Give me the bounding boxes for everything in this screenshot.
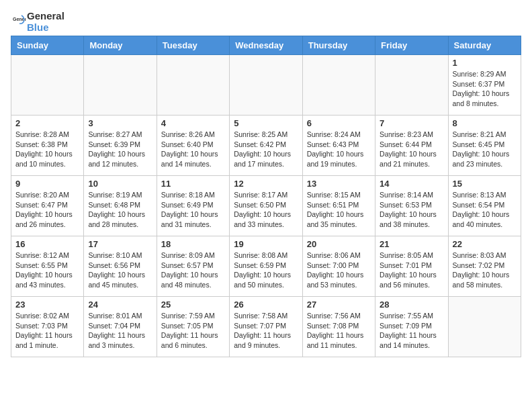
- day-number: 19: [234, 239, 298, 249]
- calendar-cell: [84, 55, 157, 116]
- calendar-cell: 1Sunrise: 8:29 AM Sunset: 6:37 PM Daylig…: [448, 55, 521, 116]
- calendar-cell: 23Sunrise: 8:02 AM Sunset: 7:03 PM Dayli…: [11, 297, 84, 357]
- day-info: Sunrise: 8:24 AM Sunset: 6:43 PM Dayligh…: [307, 130, 371, 169]
- calendar-cell: 8Sunrise: 8:21 AM Sunset: 6:45 PM Daylig…: [448, 116, 521, 176]
- day-info: Sunrise: 7:59 AM Sunset: 7:05 PM Dayligh…: [161, 311, 225, 351]
- day-number: 25: [161, 300, 225, 310]
- calendar-cell: 27Sunrise: 7:56 AM Sunset: 7:08 PM Dayli…: [302, 297, 375, 357]
- calendar-cell: 17Sunrise: 8:10 AM Sunset: 6:56 PM Dayli…: [84, 236, 157, 297]
- calendar-header-sunday: Sunday: [11, 36, 84, 55]
- day-info: Sunrise: 8:21 AM Sunset: 6:45 PM Dayligh…: [453, 130, 517, 169]
- calendar-cell: 24Sunrise: 8:01 AM Sunset: 7:04 PM Dayli…: [84, 297, 157, 357]
- day-number: 14: [380, 179, 443, 189]
- day-number: 4: [161, 118, 225, 128]
- day-info: Sunrise: 7:55 AM Sunset: 7:09 PM Dayligh…: [380, 311, 443, 351]
- day-number: 13: [307, 179, 371, 189]
- day-number: 3: [88, 118, 152, 128]
- day-info: Sunrise: 7:58 AM Sunset: 7:07 PM Dayligh…: [234, 311, 298, 351]
- calendar-cell: 11Sunrise: 8:18 AM Sunset: 6:49 PM Dayli…: [157, 176, 229, 236]
- day-info: Sunrise: 8:09 AM Sunset: 6:57 PM Dayligh…: [161, 250, 225, 290]
- day-number: 7: [380, 118, 443, 128]
- day-info: Sunrise: 8:02 AM Sunset: 7:03 PM Dayligh…: [15, 311, 79, 351]
- calendar-cell: 28Sunrise: 7:55 AM Sunset: 7:09 PM Dayli…: [375, 297, 448, 357]
- calendar-cell: [230, 55, 302, 116]
- calendar-cell: 6Sunrise: 8:24 AM Sunset: 6:43 PM Daylig…: [302, 116, 375, 176]
- day-number: 27: [307, 300, 371, 310]
- day-number: 5: [234, 118, 298, 128]
- day-number: 11: [161, 179, 225, 189]
- calendar-cell: 2Sunrise: 8:28 AM Sunset: 6:38 PM Daylig…: [11, 116, 84, 176]
- calendar-table: SundayMondayTuesdayWednesdayThursdayFrid…: [11, 36, 521, 357]
- calendar-cell: 13Sunrise: 8:15 AM Sunset: 6:51 PM Dayli…: [302, 176, 375, 236]
- day-number: 28: [380, 300, 443, 310]
- day-info: Sunrise: 8:01 AM Sunset: 7:04 PM Dayligh…: [88, 311, 152, 351]
- day-info: Sunrise: 7:56 AM Sunset: 7:08 PM Dayligh…: [307, 311, 371, 351]
- calendar-cell: 25Sunrise: 7:59 AM Sunset: 7:05 PM Dayli…: [157, 297, 229, 357]
- day-number: 2: [15, 118, 79, 128]
- calendar-cell: 12Sunrise: 8:17 AM Sunset: 6:50 PM Dayli…: [230, 176, 302, 236]
- calendar-cell: 10Sunrise: 8:19 AM Sunset: 6:48 PM Dayli…: [84, 176, 157, 236]
- day-info: Sunrise: 8:28 AM Sunset: 6:38 PM Dayligh…: [15, 130, 79, 169]
- calendar-header-friday: Friday: [375, 36, 448, 55]
- calendar-cell: 5Sunrise: 8:25 AM Sunset: 6:42 PM Daylig…: [230, 116, 302, 176]
- day-number: 24: [88, 300, 152, 310]
- day-info: Sunrise: 8:17 AM Sunset: 6:50 PM Dayligh…: [234, 190, 298, 230]
- calendar-cell: 18Sunrise: 8:09 AM Sunset: 6:57 PM Dayli…: [157, 236, 229, 297]
- day-number: 22: [453, 239, 517, 249]
- day-info: Sunrise: 8:15 AM Sunset: 6:51 PM Dayligh…: [307, 190, 371, 230]
- calendar-cell: [157, 55, 229, 116]
- day-number: 23: [15, 300, 79, 310]
- calendar-cell: 15Sunrise: 8:13 AM Sunset: 6:54 PM Dayli…: [448, 176, 521, 236]
- calendar-cell: 26Sunrise: 7:58 AM Sunset: 7:07 PM Dayli…: [230, 297, 302, 357]
- day-number: 17: [88, 239, 152, 249]
- calendar-cell: 9Sunrise: 8:20 AM Sunset: 6:47 PM Daylig…: [11, 176, 84, 236]
- day-number: 21: [380, 239, 443, 249]
- calendar-week-4: 23Sunrise: 8:02 AM Sunset: 7:03 PM Dayli…: [11, 297, 521, 357]
- day-info: Sunrise: 8:10 AM Sunset: 6:56 PM Dayligh…: [88, 250, 152, 290]
- day-info: Sunrise: 8:12 AM Sunset: 6:55 PM Dayligh…: [15, 250, 79, 290]
- calendar-cell: 3Sunrise: 8:27 AM Sunset: 6:39 PM Daylig…: [84, 116, 157, 176]
- day-number: 6: [307, 118, 371, 128]
- calendar-cell: 4Sunrise: 8:26 AM Sunset: 6:40 PM Daylig…: [157, 116, 229, 176]
- day-number: 10: [88, 179, 152, 189]
- calendar-cell: 22Sunrise: 8:03 AM Sunset: 7:02 PM Dayli…: [448, 236, 521, 297]
- day-info: Sunrise: 8:18 AM Sunset: 6:49 PM Dayligh…: [161, 190, 225, 230]
- calendar-cell: 19Sunrise: 8:08 AM Sunset: 6:59 PM Dayli…: [230, 236, 302, 297]
- calendar-cell: 14Sunrise: 8:14 AM Sunset: 6:53 PM Dayli…: [375, 176, 448, 236]
- day-info: Sunrise: 8:13 AM Sunset: 6:54 PM Dayligh…: [453, 190, 517, 230]
- calendar-header-monday: Monday: [84, 36, 157, 55]
- calendar-week-2: 9Sunrise: 8:20 AM Sunset: 6:47 PM Daylig…: [11, 176, 521, 236]
- day-info: Sunrise: 8:23 AM Sunset: 6:44 PM Dayligh…: [380, 130, 443, 169]
- day-info: Sunrise: 8:26 AM Sunset: 6:40 PM Dayligh…: [161, 130, 225, 169]
- calendar-week-3: 16Sunrise: 8:12 AM Sunset: 6:55 PM Dayli…: [11, 236, 521, 297]
- day-number: 15: [453, 179, 517, 189]
- calendar-cell: 20Sunrise: 8:06 AM Sunset: 7:00 PM Dayli…: [302, 236, 375, 297]
- calendar-cell: [375, 55, 448, 116]
- calendar-cell: 7Sunrise: 8:23 AM Sunset: 6:44 PM Daylig…: [375, 116, 448, 176]
- logo-general: General: [27, 11, 64, 22]
- day-info: Sunrise: 8:27 AM Sunset: 6:39 PM Dayligh…: [88, 130, 152, 169]
- calendar-cell: [448, 297, 521, 357]
- calendar-cell: 21Sunrise: 8:05 AM Sunset: 7:01 PM Dayli…: [375, 236, 448, 297]
- calendar-week-0: 1Sunrise: 8:29 AM Sunset: 6:37 PM Daylig…: [11, 55, 521, 116]
- calendar-header-thursday: Thursday: [302, 36, 375, 55]
- day-info: Sunrise: 8:19 AM Sunset: 6:48 PM Dayligh…: [88, 190, 152, 230]
- calendar-week-1: 2Sunrise: 8:28 AM Sunset: 6:38 PM Daylig…: [11, 116, 521, 176]
- day-info: Sunrise: 8:08 AM Sunset: 6:59 PM Dayligh…: [234, 250, 298, 290]
- day-number: 1: [453, 58, 517, 68]
- day-info: Sunrise: 8:06 AM Sunset: 7:00 PM Dayligh…: [307, 250, 371, 290]
- calendar-cell: 16Sunrise: 8:12 AM Sunset: 6:55 PM Dayli…: [11, 236, 84, 297]
- day-info: Sunrise: 8:03 AM Sunset: 7:02 PM Dayligh…: [453, 250, 517, 290]
- day-info: Sunrise: 8:14 AM Sunset: 6:53 PM Dayligh…: [380, 190, 443, 230]
- day-info: Sunrise: 8:05 AM Sunset: 7:01 PM Dayligh…: [380, 250, 443, 290]
- calendar-header: SundayMondayTuesdayWednesdayThursdayFrid…: [11, 36, 521, 55]
- day-info: Sunrise: 8:20 AM Sunset: 6:47 PM Dayligh…: [15, 190, 79, 230]
- day-number: 18: [161, 239, 225, 249]
- calendar-cell: [302, 55, 375, 116]
- day-number: 20: [307, 239, 371, 249]
- day-number: 8: [453, 118, 517, 128]
- logo: General General Blue: [11, 11, 64, 33]
- calendar-header-saturday: Saturday: [448, 36, 521, 55]
- day-number: 12: [234, 179, 298, 189]
- day-number: 26: [234, 300, 298, 310]
